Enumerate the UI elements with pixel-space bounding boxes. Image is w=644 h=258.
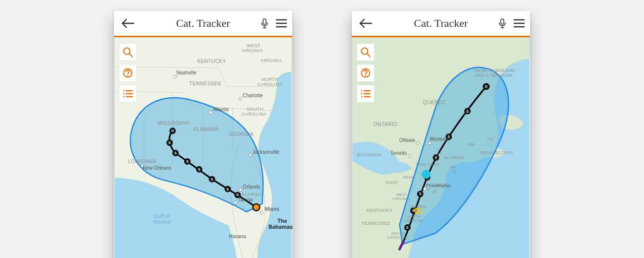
search-button[interactable] [357, 43, 375, 61]
app-title: Cat. Tracker [176, 17, 230, 30]
back-button[interactable] [121, 16, 135, 30]
back-arrow-icon [121, 18, 134, 29]
list-button[interactable] [357, 85, 375, 103]
storm-current-pos[interactable] [253, 204, 260, 211]
app-title: Cat. Tracker [414, 17, 468, 30]
list-icon [122, 89, 133, 99]
search-icon [122, 47, 133, 58]
svg-point-23 [123, 96, 125, 98]
mic-icon [498, 18, 506, 28]
menu-button[interactable] [513, 17, 525, 29]
list-icon [360, 89, 371, 99]
svg-point-47 [361, 96, 363, 98]
help-icon [360, 67, 371, 78]
svg-point-20 [127, 75, 128, 76]
map-tools [119, 43, 137, 103]
svg-text:D: D [485, 85, 487, 88]
svg-point-44 [365, 75, 366, 76]
svg-text:S: S [406, 226, 409, 229]
back-button[interactable] [359, 16, 373, 30]
help-button[interactable] [119, 64, 137, 82]
map-area-eastcoast[interactable]: S S S S S S S D [352, 37, 530, 258]
map-tools [357, 43, 375, 103]
map-area-gulf[interactable]: S S S S S S S D WEST VIRGINIA VIRGINIA [114, 37, 292, 258]
hamburger-icon [276, 19, 287, 28]
app-header: Cat. Tracker [352, 11, 530, 36]
phone-eastcoast: Cat. Tracker [352, 11, 530, 258]
svg-text:S: S [448, 135, 450, 138]
mic-button[interactable] [496, 17, 508, 29]
svg-rect-24 [501, 19, 504, 24]
search-icon [360, 47, 371, 58]
help-button[interactable] [357, 64, 375, 82]
phone-gulf: Cat. Tracker [114, 11, 292, 258]
svg-text:S: S [198, 168, 201, 171]
svg-text:S: S [186, 160, 189, 163]
map-canvas: S S S S S S S D [352, 37, 530, 258]
menu-button[interactable] [275, 17, 287, 29]
svg-point-45 [361, 90, 363, 92]
svg-point-21 [123, 90, 125, 92]
svg-text:D: D [171, 129, 174, 132]
storm-current-pos[interactable] [422, 170, 430, 179]
help-icon [122, 67, 133, 78]
svg-text:S: S [211, 178, 214, 181]
svg-point-46 [361, 93, 363, 95]
mic-button[interactable] [259, 17, 270, 29]
svg-text:S: S [466, 110, 469, 113]
svg-text:S: S [174, 151, 177, 155]
svg-text:S: S [435, 156, 437, 159]
svg-text:S: S [236, 193, 239, 196]
svg-rect-0 [263, 19, 266, 24]
app-header: Cat. Tracker [114, 11, 292, 36]
svg-text:S: S [419, 192, 422, 195]
mic-icon [261, 18, 268, 28]
hamburger-icon [514, 19, 525, 28]
svg-text:S: S [168, 141, 171, 144]
list-button[interactable] [119, 85, 137, 103]
svg-text:S: S [226, 188, 229, 191]
map-canvas: S S S S S S S D [114, 37, 292, 258]
search-button[interactable] [119, 43, 137, 61]
back-arrow-icon [359, 18, 372, 29]
svg-point-22 [123, 93, 125, 95]
